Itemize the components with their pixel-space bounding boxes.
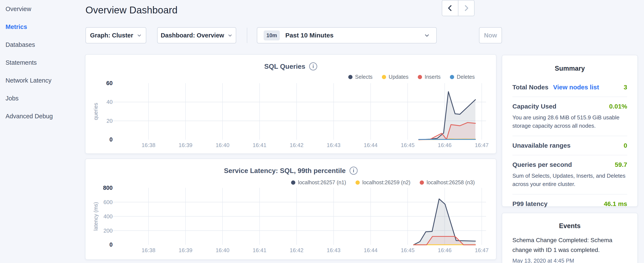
- svg-text:200: 200: [103, 228, 112, 234]
- summary-value: 59.7: [615, 161, 627, 168]
- time-range-select[interactable]: 10m Past 10 Minutes: [257, 27, 437, 43]
- svg-text:600: 600: [103, 199, 112, 205]
- svg-text:16:43: 16:43: [327, 247, 340, 253]
- event-text: Schema Change Completed: Schema change w…: [512, 235, 627, 255]
- svg-text:16:40: 16:40: [216, 142, 230, 148]
- svg-text:16:45: 16:45: [401, 247, 414, 253]
- chevron-down-icon: [228, 33, 232, 38]
- sidebar-item-jobs[interactable]: Jobs: [6, 95, 53, 102]
- svg-text:16:39: 16:39: [178, 247, 192, 253]
- summary-label: Unavailable ranges: [512, 142, 570, 149]
- page-title: Overview Dashboard: [86, 4, 178, 16]
- svg-text:16:47: 16:47: [475, 142, 488, 148]
- summary-title: Summary: [512, 65, 627, 72]
- svg-text:16:41: 16:41: [252, 142, 266, 148]
- time-prev-button[interactable]: [442, 1, 458, 16]
- controls-divider: [247, 28, 247, 43]
- svg-text:60: 60: [106, 80, 113, 86]
- sidebar-item-databases[interactable]: Databases: [6, 41, 53, 48]
- svg-text:16:42: 16:42: [290, 247, 304, 253]
- summary-subtext: You are using 28.6 MiB of 515.9 GiB usab…: [512, 113, 627, 130]
- svg-text:20: 20: [106, 118, 113, 124]
- svg-text:16:47: 16:47: [475, 247, 488, 253]
- summary-panel: Summary Total Nodes View nodes list 3 Ca…: [502, 55, 638, 207]
- svg-text:16:46: 16:46: [438, 247, 452, 253]
- summary-row-p99-latency: P99 latency 46.1 ms: [512, 194, 627, 207]
- summary-label: Total Nodes: [512, 84, 548, 91]
- summary-row-total-nodes: Total Nodes View nodes list 3: [512, 78, 627, 97]
- svg-text:16:44: 16:44: [364, 142, 378, 148]
- sidebar-item-metrics[interactable]: Metrics: [6, 24, 53, 31]
- sidebar-item-network-latency[interactable]: Network Latency: [6, 77, 53, 84]
- svg-text:latency (ms): latency (ms): [93, 202, 99, 231]
- sidebar-item-statements[interactable]: Statements: [6, 59, 53, 66]
- service-latency-chart-card: Service Latency: SQL, 99th percentile i …: [85, 158, 496, 260]
- summary-value: 0.01%: [609, 103, 627, 110]
- svg-text:16:39: 16:39: [178, 142, 192, 148]
- time-next-button[interactable]: [458, 1, 474, 16]
- summary-value: 0: [624, 142, 627, 149]
- svg-text:16:42: 16:42: [290, 142, 304, 148]
- summary-subtext: Sum of Selects, Updates, Inserts, and De…: [512, 172, 627, 188]
- dashboard-dropdown-label: Dashboard: Overview: [161, 32, 224, 39]
- graph-dropdown-label: Graph: Cluster: [90, 32, 133, 39]
- svg-text:800: 800: [103, 185, 113, 191]
- svg-text:400: 400: [103, 213, 112, 219]
- sidebar: OverviewMetricsDatabasesStatementsNetwor…: [6, 6, 53, 120]
- summary-label: Capacity Used: [512, 103, 556, 110]
- event-item[interactable]: Schema Change Completed: Schema change w…: [512, 235, 627, 263]
- app-root: OverviewMetricsDatabasesStatementsNetwor…: [0, 0, 644, 263]
- svg-text:16:46: 16:46: [438, 142, 452, 148]
- graph-dropdown[interactable]: Graph: Cluster: [86, 27, 146, 43]
- chevron-left-icon: [446, 5, 454, 12]
- dashboard-dropdown[interactable]: Dashboard: Overview: [157, 27, 236, 43]
- svg-text:0: 0: [110, 242, 113, 248]
- summary-label: Queries per second: [512, 161, 572, 168]
- chevron-down-icon: [137, 33, 142, 38]
- svg-text:16:40: 16:40: [216, 247, 230, 253]
- chevron-right-icon: [463, 5, 470, 12]
- sql-queries-plot[interactable]: 16:3816:3916:4016:4116:4216:4316:4416:45…: [86, 55, 496, 153]
- sidebar-item-overview[interactable]: Overview: [6, 6, 53, 13]
- svg-text:16:43: 16:43: [327, 142, 340, 148]
- time-range-label: Past 10 Minutes: [285, 32, 334, 39]
- sidebar-item-advanced-debug[interactable]: Advanced Debug: [6, 113, 53, 120]
- summary-row-capacity-used: Capacity Used 0.01% You are using 28.6 M…: [512, 97, 627, 136]
- svg-text:0: 0: [110, 137, 113, 143]
- events-title: Events: [512, 222, 627, 230]
- event-timestamp: May 13, 2020 at 4:45 PM: [512, 257, 627, 263]
- summary-row-unavailable-ranges: Unavailable ranges 0: [512, 136, 627, 155]
- sql-queries-chart-card: SQL Queries i SelectsUpdatesInsertsDelet…: [85, 54, 496, 154]
- svg-text:queries: queries: [93, 103, 99, 120]
- summary-value: 3: [624, 84, 627, 91]
- summary-value: 46.1 ms: [604, 200, 627, 207]
- svg-text:16:38: 16:38: [142, 247, 156, 253]
- service-latency-plot[interactable]: 16:3816:3916:4016:4116:4216:4316:4416:45…: [86, 159, 496, 259]
- time-pager: [442, 0, 474, 16]
- summary-row-queries-per-second: Queries per second 59.7 Sum of Selects, …: [512, 155, 627, 194]
- summary-label: P99 latency: [512, 200, 548, 207]
- chevron-down-icon: [424, 32, 430, 38]
- view-nodes-list-link[interactable]: View nodes list: [553, 84, 599, 91]
- time-range-badge: 10m: [264, 31, 280, 41]
- events-panel: Events Schema Change Completed: Schema c…: [502, 213, 638, 263]
- now-button[interactable]: Now: [479, 27, 502, 43]
- svg-text:40: 40: [106, 99, 113, 105]
- svg-text:16:38: 16:38: [142, 142, 156, 148]
- svg-text:16:45: 16:45: [401, 142, 414, 148]
- svg-text:16:41: 16:41: [252, 247, 266, 253]
- svg-text:16:44: 16:44: [364, 247, 378, 253]
